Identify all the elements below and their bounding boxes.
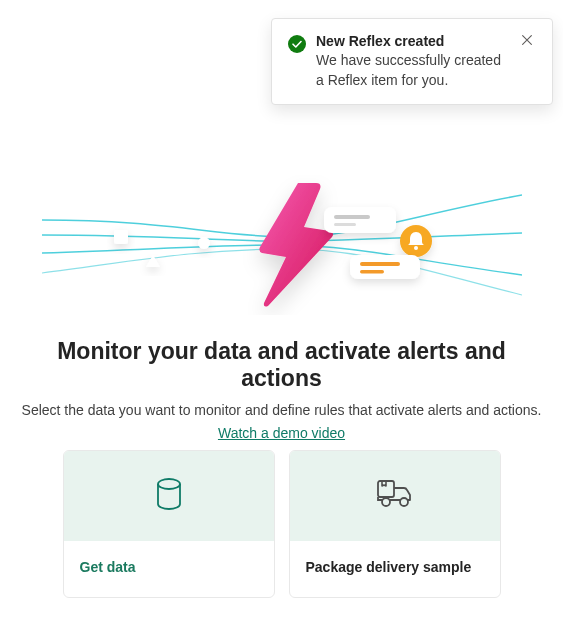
database-icon — [154, 477, 184, 515]
toast-body: New Reflex created We have successfully … — [316, 33, 510, 90]
page-title: Monitor your data and activate alerts an… — [14, 338, 549, 392]
svg-point-15 — [400, 498, 408, 506]
close-icon[interactable] — [520, 33, 536, 49]
action-cards: Get data Package delivery sample — [0, 450, 563, 598]
page-subtitle: Select the data you want to monitor and … — [14, 402, 549, 418]
svg-point-8 — [414, 246, 418, 250]
toast-notification: New Reflex created We have successfully … — [271, 18, 553, 105]
svg-point-14 — [382, 498, 390, 506]
success-icon — [288, 35, 306, 53]
landing-content: Monitor your data and activate alerts an… — [0, 338, 563, 442]
get-data-card-icon-area — [64, 451, 274, 541]
svg-rect-1 — [114, 230, 128, 244]
svg-rect-5 — [334, 215, 370, 219]
svg-rect-11 — [360, 270, 384, 274]
svg-point-0 — [288, 35, 306, 53]
sample-card-label: Package delivery sample — [290, 541, 500, 597]
svg-rect-4 — [324, 207, 396, 233]
svg-point-2 — [198, 237, 210, 249]
svg-rect-10 — [360, 262, 400, 266]
sample-card-icon-area — [290, 451, 500, 541]
svg-point-12 — [158, 479, 180, 489]
package-delivery-sample-card[interactable]: Package delivery sample — [289, 450, 501, 598]
get-data-card-label: Get data — [64, 541, 274, 597]
hero-illustration — [0, 175, 563, 315]
get-data-card[interactable]: Get data — [63, 450, 275, 598]
svg-rect-6 — [334, 223, 356, 226]
svg-marker-3 — [146, 255, 160, 267]
toast-message: We have successfully created a Reflex it… — [316, 51, 510, 90]
svg-rect-9 — [350, 255, 420, 279]
toast-title: New Reflex created — [316, 33, 510, 49]
watch-demo-link[interactable]: Watch a demo video — [218, 425, 345, 441]
delivery-truck-icon — [375, 478, 415, 514]
